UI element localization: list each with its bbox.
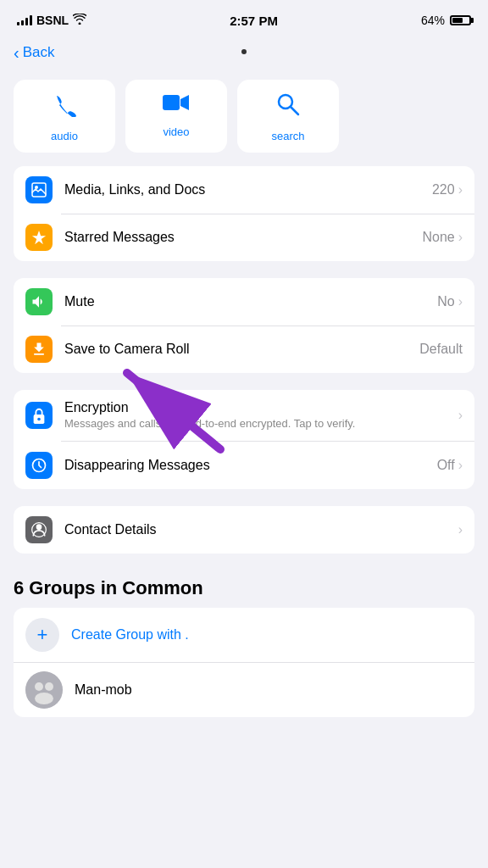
contact-details-content: Contact Details: [64, 522, 458, 537]
battery-percent: 64%: [421, 14, 445, 27]
encryption-icon: [25, 402, 53, 429]
svg-line-2: [291, 107, 298, 114]
disappearing-messages-icon: [25, 452, 53, 479]
disappearing-messages-chevron-icon: ›: [458, 458, 463, 473]
encryption-right: ›: [458, 408, 463, 423]
mute-value: No: [437, 294, 454, 309]
mute-icon: [25, 288, 53, 315]
disappearing-messages-row[interactable]: Disappearing Messages Off ›: [14, 442, 474, 489]
settings-group-1: Media, Links, and Docs 220 › Starred Mes…: [14, 166, 474, 261]
settings-group-3: Encryption Messages and calls are end-to…: [14, 390, 474, 489]
disappearing-messages-right: Off ›: [437, 458, 463, 473]
video-button[interactable]: video: [125, 80, 227, 153]
wifi-icon: [73, 14, 86, 27]
starred-messages-row[interactable]: Starred Messages None ›: [14, 214, 474, 261]
svg-point-13: [35, 682, 43, 691]
contact-details-right: ›: [458, 522, 463, 537]
contact-details-title: Contact Details: [64, 522, 458, 537]
audio-icon: [52, 92, 77, 123]
nav-bar: ‹ Back: [0, 37, 488, 71]
starred-icon: [25, 224, 53, 251]
signal-bars-icon: [17, 15, 32, 25]
audio-button[interactable]: audio: [14, 80, 115, 153]
encryption-row[interactable]: Encryption Messages and calls are end-to…: [14, 390, 474, 442]
mute-content: Mute: [64, 294, 437, 309]
back-label: Back: [23, 44, 55, 61]
save-camera-roll-icon: [25, 336, 53, 363]
media-links-docs-title: Media, Links, and Docs: [64, 182, 432, 198]
starred-messages-title: Starred Messages: [64, 230, 422, 245]
groups-in-common-header: 6 Groups in Common: [0, 570, 488, 608]
group-avatar: [25, 671, 63, 709]
battery-icon: [450, 15, 471, 25]
action-buttons-container: audio video search: [0, 71, 488, 166]
media-links-docs-row[interactable]: Media, Links, and Docs 220 ›: [14, 166, 474, 214]
svg-point-15: [35, 693, 53, 704]
settings-group-4: Contact Details ›: [14, 506, 474, 554]
disappearing-messages-content: Disappearing Messages: [64, 458, 437, 473]
mute-title: Mute: [64, 294, 437, 309]
disappearing-messages-value: Off: [437, 458, 455, 473]
status-time: 2:57 PM: [230, 14, 278, 28]
group-name: Man-mob: [75, 682, 132, 698]
starred-messages-content: Starred Messages: [64, 230, 422, 245]
back-button[interactable]: ‹ Back: [14, 44, 54, 61]
save-camera-roll-title: Save to Camera Roll: [64, 342, 419, 357]
encryption-title: Encryption: [64, 400, 458, 415]
video-icon: [163, 92, 190, 119]
nav-dot: [241, 49, 247, 54]
carrier-label: BSNL: [36, 14, 69, 27]
audio-label: audio: [51, 130, 78, 142]
video-label: video: [163, 125, 189, 138]
create-group-label: Create Group with .: [71, 627, 189, 643]
mute-right: No ›: [437, 294, 463, 309]
settings-group-2: Mute No › Save to Camera Roll Default: [14, 278, 474, 373]
save-camera-roll-row[interactable]: Save to Camera Roll Default: [14, 326, 474, 373]
svg-point-14: [45, 682, 53, 691]
back-chevron-icon: ‹: [14, 44, 19, 61]
status-bar: BSNL 2:57 PM 64%: [0, 0, 488, 37]
contact-details-icon: [25, 516, 53, 543]
starred-messages-chevron-icon: ›: [458, 230, 463, 245]
groups-group: + Create Group with . Man-mob: [14, 608, 474, 717]
search-icon: [275, 92, 301, 123]
action-buttons-row: audio video search: [14, 80, 474, 153]
contact-details-row[interactable]: Contact Details ›: [14, 506, 474, 554]
contact-details-chevron-icon: ›: [458, 522, 463, 537]
media-links-docs-chevron-icon: ›: [458, 182, 463, 198]
mute-chevron-icon: ›: [458, 294, 463, 309]
svg-rect-0: [163, 95, 180, 110]
encryption-subtitle: Messages and calls are end-to-end encryp…: [64, 417, 458, 431]
media-links-docs-content: Media, Links, and Docs: [64, 182, 432, 198]
save-camera-roll-content: Save to Camera Roll: [64, 342, 419, 357]
svg-point-6: [37, 418, 41, 421]
starred-messages-right: None ›: [422, 230, 463, 245]
search-label: search: [271, 130, 304, 142]
svg-point-8: [36, 524, 42, 530]
media-icon: [25, 176, 53, 203]
status-right: 64%: [421, 14, 471, 27]
encryption-chevron-icon: ›: [458, 408, 463, 423]
save-camera-roll-value: Default: [419, 342, 463, 357]
groups-in-common-title: 6 Groups in Common: [14, 577, 203, 598]
create-group-row[interactable]: + Create Group with .: [14, 608, 474, 662]
plus-circle-icon: +: [25, 618, 59, 652]
status-left: BSNL: [17, 14, 86, 27]
media-links-docs-value: 220: [432, 182, 455, 198]
starred-messages-value: None: [422, 230, 454, 245]
group-row[interactable]: Man-mob: [14, 662, 474, 717]
disappearing-messages-title: Disappearing Messages: [64, 458, 437, 473]
encryption-content: Encryption Messages and calls are end-to…: [64, 400, 458, 431]
save-camera-roll-right: Default: [419, 342, 463, 357]
mute-row[interactable]: Mute No ›: [14, 278, 474, 326]
media-links-docs-right: 220 ›: [432, 182, 463, 198]
search-button[interactable]: search: [237, 80, 339, 153]
